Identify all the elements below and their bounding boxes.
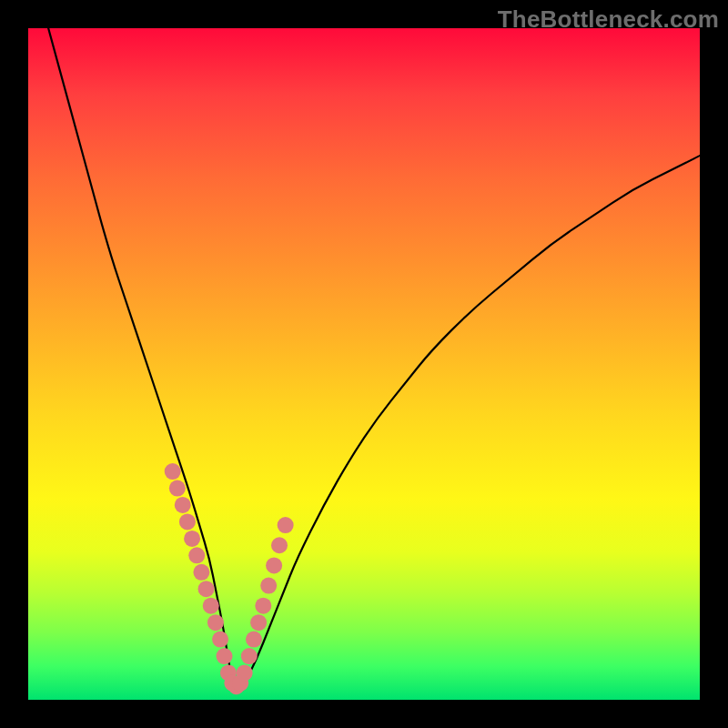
highlight-point — [207, 614, 224, 631]
highlight-point — [193, 564, 209, 581]
highlight-point — [198, 581, 215, 597]
highlight-point — [212, 632, 228, 648]
highlight-point — [241, 648, 258, 664]
highlight-point — [278, 517, 294, 533]
highlight-markers — [165, 463, 294, 694]
chart-svg — [28, 28, 700, 700]
bottleneck-curve — [48, 28, 700, 686]
highlight-point — [250, 614, 267, 631]
chart-plot-area — [28, 28, 700, 700]
highlight-point — [169, 480, 186, 497]
chart-stage: TheBottleneck.com — [0, 0, 728, 728]
highlight-point — [165, 463, 181, 480]
highlight-point — [203, 598, 219, 614]
highlight-point — [266, 557, 282, 573]
highlight-point — [246, 632, 262, 648]
highlight-point — [271, 537, 288, 553]
highlight-point — [260, 578, 277, 594]
highlight-point — [188, 547, 205, 563]
highlight-point — [179, 513, 196, 530]
watermark-text: TheBottleneck.com — [498, 5, 719, 34]
highlight-point — [217, 648, 233, 664]
highlight-point — [255, 598, 271, 614]
highlight-point — [175, 497, 191, 513]
highlight-point — [184, 531, 200, 547]
highlight-point — [237, 664, 253, 681]
